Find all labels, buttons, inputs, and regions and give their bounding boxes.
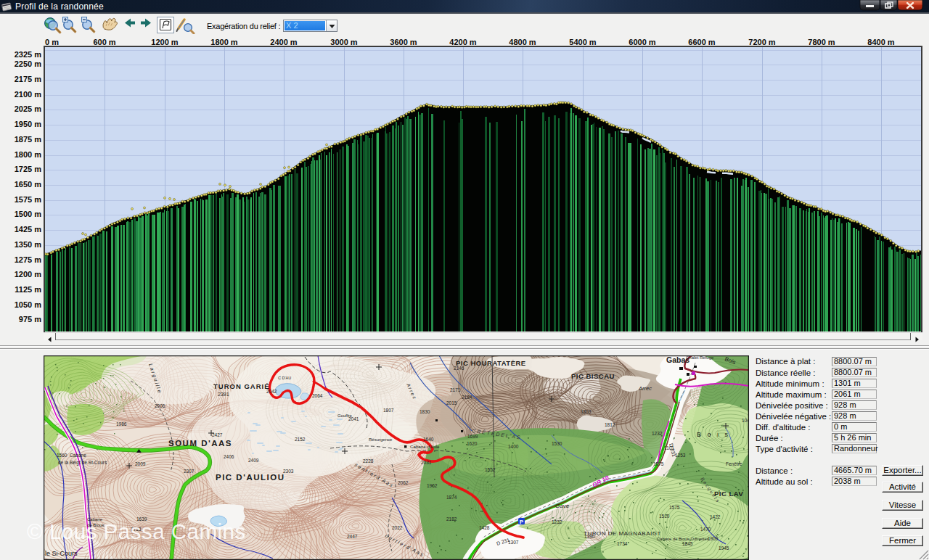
svg-text:1253: 1253 — [675, 453, 686, 458]
svg-text:2022: 2022 — [392, 525, 403, 530]
svg-text:1575: 1575 — [669, 505, 680, 510]
svg-text:1909: 1909 — [708, 536, 719, 541]
svg-text:1390: 1390 — [584, 534, 595, 539]
svg-text:2064: 2064 — [312, 393, 323, 398]
svg-text:1803: 1803 — [581, 409, 592, 414]
svg-text:1734: 1734 — [617, 541, 628, 546]
svg-text:P: P — [520, 519, 524, 525]
svg-text:2228: 2228 — [363, 458, 374, 464]
svg-text:1552: 1552 — [485, 467, 496, 472]
svg-text:2447: 2447 — [347, 534, 358, 539]
svg-text:1807: 1807 — [383, 408, 394, 413]
svg-text:1510: 1510 — [659, 514, 670, 519]
svg-text:1075: 1075 — [653, 461, 664, 466]
svg-text:2406: 2406 — [224, 454, 234, 459]
svg-text:1232: 1232 — [652, 431, 663, 436]
svg-text:TURON GARIÉ: TURON GARIÉ — [213, 382, 270, 390]
svg-text:1530: 1530 — [552, 441, 562, 446]
svg-text:2009: 2009 — [135, 461, 146, 466]
svg-text:1874: 1874 — [446, 495, 457, 500]
svg-text:1101: 1101 — [664, 445, 674, 450]
svg-text:2171: 2171 — [450, 387, 461, 392]
svg-text:1307: 1307 — [508, 540, 519, 545]
svg-text:1232: 1232 — [552, 519, 562, 524]
svg-text:1422: 1422 — [710, 514, 721, 519]
svg-text:2307: 2307 — [184, 469, 195, 474]
svg-text:1830: 1830 — [420, 409, 430, 414]
svg-text:1986: 1986 — [116, 421, 127, 427]
svg-text:2042: 2042 — [266, 389, 277, 394]
svg-text:1470: 1470 — [700, 527, 711, 532]
svg-text:B o i s: B o i s — [697, 431, 730, 438]
svg-text:SOUM D'AAS: SOUM D'AAS — [168, 439, 232, 448]
svg-text:2409: 2409 — [248, 458, 259, 463]
svg-text:1812: 1812 — [605, 422, 615, 427]
svg-text:1845: 1845 — [682, 541, 693, 546]
svg-text:1962: 1962 — [427, 483, 438, 488]
svg-text:1428: 1428 — [479, 525, 490, 530]
svg-text:Résurgence: Résurgence — [369, 437, 393, 442]
svg-text:TURON DE MAGNABAIGT: TURON DE MAGNABAIGT — [584, 530, 661, 537]
svg-text:2184: 2184 — [462, 395, 472, 400]
svg-text:Gave: Gave — [555, 503, 570, 509]
svg-text:Cabane d'Aule: Cabane d'Aule — [410, 444, 440, 449]
svg-text:2062: 2062 — [398, 480, 409, 485]
svg-text:2427: 2427 — [212, 432, 223, 437]
svg-text:de la Beigt de St-Cours: de la Beigt de St-Cours — [58, 460, 107, 466]
svg-text:2146: 2146 — [454, 366, 464, 371]
svg-text:1400: 1400 — [508, 444, 519, 449]
svg-text:1560: 1560 — [57, 453, 67, 458]
svg-text:1699: 1699 — [467, 434, 478, 439]
svg-text:2303: 2303 — [283, 469, 294, 474]
svg-text:2391: 2391 — [218, 392, 229, 397]
svg-text:2152: 2152 — [295, 437, 306, 442]
svg-text:PIC BISCAU: PIC BISCAU — [571, 372, 615, 380]
svg-text:2041: 2041 — [348, 416, 359, 421]
svg-text:2006: 2006 — [155, 403, 165, 408]
svg-text:C D'AU: C D'AU — [278, 376, 291, 380]
svg-text:2182: 2182 — [446, 516, 457, 522]
svg-text:PIC HOURATATÈRE: PIC HOURATATÈRE — [456, 359, 526, 367]
svg-text:2031: 2031 — [421, 460, 432, 465]
svg-text:Arrec: Arrec — [638, 385, 652, 392]
svg-text:1047: 1047 — [742, 418, 749, 423]
svg-text:le Si-Cours: le Si-Cours — [45, 550, 78, 557]
svg-text:Cabane: Cabane — [70, 453, 86, 458]
svg-text:1640: 1640 — [423, 437, 434, 442]
svg-text:2015: 2015 — [446, 400, 457, 405]
svg-text:Fenêtre: Fenêtre — [726, 461, 742, 466]
svg-text:1620: 1620 — [467, 441, 478, 446]
svg-text:PIC D'AULIOU: PIC D'AULIOU — [216, 473, 285, 482]
svg-text:1945: 1945 — [719, 545, 729, 551]
